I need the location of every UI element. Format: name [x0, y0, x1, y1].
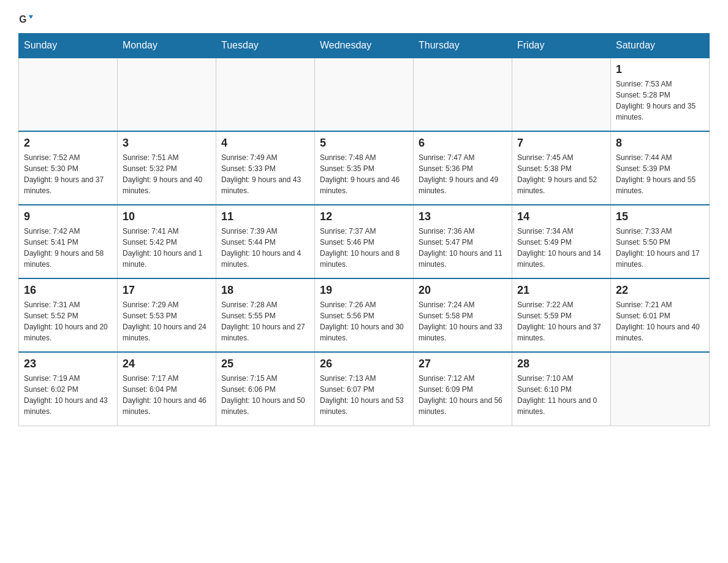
day-number: 2: [24, 137, 112, 150]
page-header: G: [18, 12, 710, 27]
calendar-week-row: 1Sunrise: 7:53 AM Sunset: 5:28 PM Daylig…: [19, 58, 710, 131]
day-number: 3: [123, 137, 211, 150]
day-info: Sunrise: 7:21 AM Sunset: 6:01 PM Dayligh…: [616, 299, 704, 343]
logo: G: [18, 12, 37, 27]
calendar-day-cell: 2Sunrise: 7:52 AM Sunset: 5:30 PM Daylig…: [19, 131, 118, 205]
day-info: Sunrise: 7:44 AM Sunset: 5:39 PM Dayligh…: [616, 152, 704, 196]
day-info: Sunrise: 7:39 AM Sunset: 5:44 PM Dayligh…: [221, 226, 309, 270]
calendar-day-cell: 18Sunrise: 7:28 AM Sunset: 5:55 PM Dayli…: [216, 278, 315, 352]
day-number: 14: [517, 210, 605, 223]
day-number: 10: [123, 210, 211, 223]
day-number: 8: [616, 137, 704, 150]
day-number: 18: [221, 284, 309, 297]
logo-icon: G: [18, 12, 33, 27]
calendar-day-cell: 8Sunrise: 7:44 AM Sunset: 5:39 PM Daylig…: [611, 131, 710, 205]
day-number: 7: [517, 137, 605, 150]
day-number: 13: [419, 210, 507, 223]
day-of-week-header: Tuesday: [216, 34, 315, 58]
calendar-day-cell: 23Sunrise: 7:19 AM Sunset: 6:02 PM Dayli…: [19, 352, 118, 426]
day-of-week-header: Friday: [512, 34, 611, 58]
calendar-week-row: 16Sunrise: 7:31 AM Sunset: 5:52 PM Dayli…: [19, 278, 710, 352]
calendar-day-cell: [315, 58, 414, 131]
day-info: Sunrise: 7:22 AM Sunset: 5:59 PM Dayligh…: [517, 299, 605, 343]
day-number: 11: [221, 210, 309, 223]
calendar-day-cell: 24Sunrise: 7:17 AM Sunset: 6:04 PM Dayli…: [118, 352, 216, 426]
day-info: Sunrise: 7:52 AM Sunset: 5:30 PM Dayligh…: [24, 152, 112, 196]
calendar-day-cell: 26Sunrise: 7:13 AM Sunset: 6:07 PM Dayli…: [315, 352, 414, 426]
calendar-day-cell: 16Sunrise: 7:31 AM Sunset: 5:52 PM Dayli…: [19, 278, 118, 352]
day-info: Sunrise: 7:49 AM Sunset: 5:33 PM Dayligh…: [221, 152, 309, 196]
calendar-day-cell: 13Sunrise: 7:36 AM Sunset: 5:47 PM Dayli…: [414, 205, 512, 278]
calendar-day-cell: [118, 58, 216, 131]
day-number: 23: [24, 358, 112, 370]
calendar-day-cell: 9Sunrise: 7:42 AM Sunset: 5:41 PM Daylig…: [19, 205, 118, 278]
day-info: Sunrise: 7:41 AM Sunset: 5:42 PM Dayligh…: [123, 226, 211, 270]
calendar-day-cell: 15Sunrise: 7:33 AM Sunset: 5:50 PM Dayli…: [611, 205, 710, 278]
day-number: 1: [616, 63, 704, 76]
day-info: Sunrise: 7:10 AM Sunset: 6:10 PM Dayligh…: [517, 373, 605, 417]
calendar-day-cell: 25Sunrise: 7:15 AM Sunset: 6:06 PM Dayli…: [216, 352, 315, 426]
calendar-day-cell: [19, 58, 118, 131]
calendar-day-cell: 12Sunrise: 7:37 AM Sunset: 5:46 PM Dayli…: [315, 205, 414, 278]
day-info: Sunrise: 7:51 AM Sunset: 5:32 PM Dayligh…: [123, 152, 211, 196]
day-info: Sunrise: 7:34 AM Sunset: 5:49 PM Dayligh…: [517, 226, 605, 270]
calendar-day-cell: 11Sunrise: 7:39 AM Sunset: 5:44 PM Dayli…: [216, 205, 315, 278]
day-info: Sunrise: 7:36 AM Sunset: 5:47 PM Dayligh…: [419, 226, 507, 270]
calendar-day-cell: 17Sunrise: 7:29 AM Sunset: 5:53 PM Dayli…: [118, 278, 216, 352]
calendar-day-cell: 22Sunrise: 7:21 AM Sunset: 6:01 PM Dayli…: [611, 278, 710, 352]
calendar-day-cell: 3Sunrise: 7:51 AM Sunset: 5:32 PM Daylig…: [118, 131, 216, 205]
day-info: Sunrise: 7:48 AM Sunset: 5:35 PM Dayligh…: [320, 152, 408, 196]
calendar-day-cell: 6Sunrise: 7:47 AM Sunset: 5:36 PM Daylig…: [414, 131, 512, 205]
calendar-day-cell: 10Sunrise: 7:41 AM Sunset: 5:42 PM Dayli…: [118, 205, 216, 278]
day-info: Sunrise: 7:26 AM Sunset: 5:56 PM Dayligh…: [320, 299, 408, 343]
day-of-week-header: Saturday: [611, 34, 710, 58]
day-number: 21: [517, 284, 605, 297]
day-of-week-header: Monday: [118, 34, 216, 58]
day-info: Sunrise: 7:31 AM Sunset: 5:52 PM Dayligh…: [24, 299, 112, 343]
day-info: Sunrise: 7:33 AM Sunset: 5:50 PM Dayligh…: [616, 226, 704, 270]
day-info: Sunrise: 7:37 AM Sunset: 5:46 PM Dayligh…: [320, 226, 408, 270]
calendar-day-cell: 20Sunrise: 7:24 AM Sunset: 5:58 PM Dayli…: [414, 278, 512, 352]
calendar-week-row: 23Sunrise: 7:19 AM Sunset: 6:02 PM Dayli…: [19, 352, 710, 426]
day-number: 16: [24, 284, 112, 297]
calendar-day-cell: 28Sunrise: 7:10 AM Sunset: 6:10 PM Dayli…: [512, 352, 611, 426]
calendar-day-cell: 19Sunrise: 7:26 AM Sunset: 5:56 PM Dayli…: [315, 278, 414, 352]
calendar-header-row: SundayMondayTuesdayWednesdayThursdayFrid…: [19, 34, 710, 58]
day-number: 24: [123, 358, 211, 370]
day-of-week-header: Thursday: [414, 34, 512, 58]
day-info: Sunrise: 7:28 AM Sunset: 5:55 PM Dayligh…: [221, 299, 309, 343]
calendar-day-cell: 1Sunrise: 7:53 AM Sunset: 5:28 PM Daylig…: [611, 58, 710, 131]
day-info: Sunrise: 7:12 AM Sunset: 6:09 PM Dayligh…: [419, 373, 507, 417]
calendar-day-cell: 5Sunrise: 7:48 AM Sunset: 5:35 PM Daylig…: [315, 131, 414, 205]
day-info: Sunrise: 7:53 AM Sunset: 5:28 PM Dayligh…: [616, 79, 704, 123]
calendar-day-cell: 14Sunrise: 7:34 AM Sunset: 5:49 PM Dayli…: [512, 205, 611, 278]
day-info: Sunrise: 7:15 AM Sunset: 6:06 PM Dayligh…: [221, 373, 309, 417]
day-info: Sunrise: 7:45 AM Sunset: 5:38 PM Dayligh…: [517, 152, 605, 196]
day-number: 4: [221, 137, 309, 150]
day-number: 17: [123, 284, 211, 297]
calendar-day-cell: [216, 58, 315, 131]
day-number: 6: [419, 137, 507, 150]
day-info: Sunrise: 7:42 AM Sunset: 5:41 PM Dayligh…: [24, 226, 112, 270]
day-number: 22: [616, 284, 704, 297]
calendar-week-row: 9Sunrise: 7:42 AM Sunset: 5:41 PM Daylig…: [19, 205, 710, 278]
day-info: Sunrise: 7:13 AM Sunset: 6:07 PM Dayligh…: [320, 373, 408, 417]
day-number: 15: [616, 210, 704, 223]
calendar-day-cell: 21Sunrise: 7:22 AM Sunset: 5:59 PM Dayli…: [512, 278, 611, 352]
day-info: Sunrise: 7:24 AM Sunset: 5:58 PM Dayligh…: [419, 299, 507, 343]
day-number: 20: [419, 284, 507, 297]
day-number: 25: [221, 358, 309, 370]
svg-text:G: G: [19, 14, 26, 25]
day-info: Sunrise: 7:47 AM Sunset: 5:36 PM Dayligh…: [419, 152, 507, 196]
calendar-day-cell: [512, 58, 611, 131]
calendar-day-cell: 4Sunrise: 7:49 AM Sunset: 5:33 PM Daylig…: [216, 131, 315, 205]
day-info: Sunrise: 7:19 AM Sunset: 6:02 PM Dayligh…: [24, 373, 112, 417]
day-number: 27: [419, 358, 507, 370]
calendar-week-row: 2Sunrise: 7:52 AM Sunset: 5:30 PM Daylig…: [19, 131, 710, 205]
calendar-day-cell: 7Sunrise: 7:45 AM Sunset: 5:38 PM Daylig…: [512, 131, 611, 205]
day-info: Sunrise: 7:29 AM Sunset: 5:53 PM Dayligh…: [123, 299, 211, 343]
day-info: Sunrise: 7:17 AM Sunset: 6:04 PM Dayligh…: [123, 373, 211, 417]
day-number: 28: [517, 358, 605, 370]
day-of-week-header: Wednesday: [315, 34, 414, 58]
calendar-day-cell: [611, 352, 710, 426]
